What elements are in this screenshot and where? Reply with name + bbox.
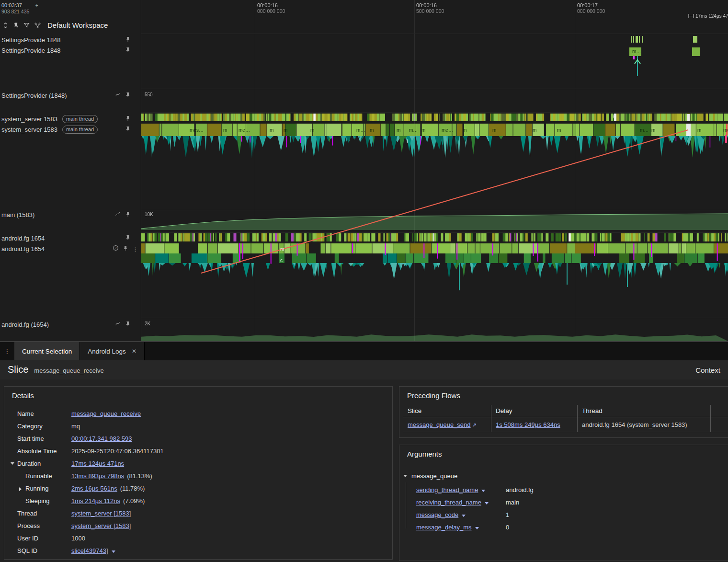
help-icon[interactable]: ?	[113, 245, 119, 252]
detail-value-link[interactable]: system_server [1583]	[71, 522, 131, 529]
argument-key-link[interactable]: message_code	[416, 511, 458, 518]
detail-value: 00:00:17.341 982 593	[71, 435, 132, 442]
bracket-icon	[688, 13, 694, 19]
detail-value: message_queue_receive	[71, 410, 141, 417]
detail-key: User ID	[17, 535, 38, 542]
track-row[interactable]: android.fg 1654?⋮	[0, 243, 141, 254]
tab-label: Android Logs	[88, 348, 126, 355]
ruler-ns: 903 821 435	[1, 9, 38, 14]
context-button[interactable]: Context	[695, 366, 720, 374]
detail-value-link[interactable]: 13ms 893µs 798ns	[71, 472, 124, 480]
detail-value: 17ms 124µs 471ns	[71, 460, 124, 467]
detail-value-link[interactable]: 1ms 214µs 112ns	[71, 497, 120, 505]
pin-icon[interactable]	[125, 321, 131, 329]
svg-text:?: ?	[115, 246, 117, 250]
detail-row: Start time00:00:17.341 982 593	[4, 433, 392, 445]
chevron-right-icon[interactable]	[19, 487, 22, 491]
detail-value-link[interactable]: 17ms 124µs 471ns	[71, 460, 124, 467]
track-row[interactable]: SettingsProvide 1848	[0, 34, 141, 45]
detail-key: Thread	[17, 510, 37, 517]
flows-col-filler	[711, 405, 728, 417]
detail-key: Sleeping	[25, 497, 50, 505]
kebab-menu-icon[interactable]: ⋮	[132, 246, 138, 252]
track-row[interactable]: SettingsProvide 1848	[0, 45, 141, 56]
arguments-heading: Arguments	[399, 445, 728, 460]
flow-delay-link[interactable]: 1s 508ms 249µs 634ns	[496, 421, 560, 428]
detail-key: Start time	[17, 435, 44, 442]
track-label: system_server 1583	[1, 115, 57, 123]
ruler-tick: 00:00:16 000 000 000	[257, 2, 285, 14]
pin-icon[interactable]	[125, 36, 131, 44]
pin-icon[interactable]	[123, 245, 128, 253]
pin-icon[interactable]	[125, 211, 131, 219]
argument-row: message_code1	[399, 509, 728, 522]
detail-value-link[interactable]: system_server [1583]	[71, 510, 131, 517]
detail-value-link[interactable]: 2ms 16µs 561ns	[71, 485, 117, 492]
track-label: android.fg 1654	[1, 245, 45, 252]
tick-ns: 000 000 000	[577, 8, 605, 14]
flow-slice-link[interactable]: message_queue_send	[408, 421, 471, 428]
ruler-tick: 00:00:16 500 000 000	[416, 2, 444, 14]
argument-key: sending_thread_name	[416, 486, 485, 493]
tick-time: 00:00:17	[577, 2, 605, 8]
argument-key-link[interactable]: sending_thread_name	[416, 486, 478, 493]
filter-icon[interactable]	[23, 22, 30, 28]
dropdown-caret-icon[interactable]	[485, 502, 489, 505]
track-label: main (1583)	[1, 211, 34, 218]
track-row[interactable]: system_server 1583main thread	[0, 124, 141, 135]
detail-key: Process	[17, 522, 40, 529]
preceding-flows-card: Preceding Flows Slice Delay Thread messa…	[399, 386, 728, 438]
track-row[interactable]: android.fg 1654	[0, 233, 141, 243]
pin-icon[interactable]	[125, 46, 131, 55]
detail-value-link[interactable]: 00:00:17.341 982 593	[71, 435, 132, 442]
chevron-down-icon[interactable]	[403, 475, 407, 477]
selection-panel-body: Details Namemessage_queue_receiveCategor…	[0, 379, 728, 562]
chevron-down-icon[interactable]	[11, 462, 14, 465]
argument-key-link[interactable]: message_delay_ms	[416, 524, 472, 531]
workspace-toolbar: Default Workspace	[2, 21, 108, 29]
unpin-all-icon[interactable]	[13, 22, 19, 29]
pin-icon[interactable]	[125, 92, 131, 100]
track-label: system_server 1583	[1, 126, 57, 133]
bottom-panel-tab-bar: ⋮ Current Selection Android Logs ✕	[0, 341, 728, 360]
argument-row: message_delay_ms0	[399, 522, 728, 534]
workspace-title[interactable]: Default Workspace	[47, 21, 108, 29]
tab-current-selection[interactable]: Current Selection	[14, 342, 80, 360]
track-row[interactable]: SettingsProvider (1848)	[0, 90, 141, 101]
detail-value: 2025-09-25T20:47:06.364117301	[71, 447, 164, 455]
track-row[interactable]: system_server 1583main thread	[0, 114, 141, 124]
detail-value-suffix: (81.13%)	[127, 472, 152, 480]
argument-key-link[interactable]: receiving_thread_name	[416, 499, 481, 506]
detail-value: slice[439743]	[71, 547, 115, 554]
detail-row: Sleeping1ms 214µs 112ns(7.09%)	[4, 495, 392, 507]
drag-handle-icon[interactable]: ⋮	[0, 342, 14, 360]
workspace-icon[interactable]	[34, 22, 41, 29]
dropdown-caret-icon[interactable]	[481, 490, 485, 492]
detail-value-link[interactable]: message_queue_receive	[71, 410, 141, 417]
chart-icon[interactable]	[114, 321, 121, 328]
flows-col-delay: Delay	[491, 405, 578, 417]
dropdown-caret-icon[interactable]	[112, 551, 115, 553]
track-row[interactable]: main (1583)	[0, 209, 141, 220]
chart-icon[interactable]	[114, 92, 121, 99]
dropdown-caret-icon[interactable]	[475, 527, 479, 529]
argument-key: message_code	[416, 511, 466, 518]
timeline-canvas[interactable]	[141, 0, 728, 341]
track-row[interactable]: android.fg (1654)	[0, 319, 141, 330]
ruler-time: 00:03:37	[1, 2, 22, 8]
pin-icon[interactable]	[125, 126, 131, 134]
preceding-flows-heading: Preceding Flows	[399, 387, 728, 401]
tab-android-logs[interactable]: Android Logs ✕	[80, 342, 145, 360]
pin-icon[interactable]	[125, 234, 131, 242]
argument-value: 0	[506, 524, 509, 531]
track-icons	[125, 36, 131, 44]
detail-value-link[interactable]: slice[439743]	[71, 547, 108, 554]
argument-value: main	[506, 499, 519, 506]
dropdown-caret-icon[interactable]	[462, 515, 466, 517]
close-icon[interactable]: ✕	[132, 348, 136, 355]
pin-icon[interactable]	[125, 115, 131, 123]
chart-icon[interactable]	[114, 211, 121, 218]
preceding-flows-table: Slice Delay Thread message_queue_send↗ 1…	[403, 405, 728, 432]
collapse-tracks-icon[interactable]	[2, 22, 9, 29]
detail-row: Running2ms 16µs 561ns(11.78%)	[4, 482, 392, 495]
